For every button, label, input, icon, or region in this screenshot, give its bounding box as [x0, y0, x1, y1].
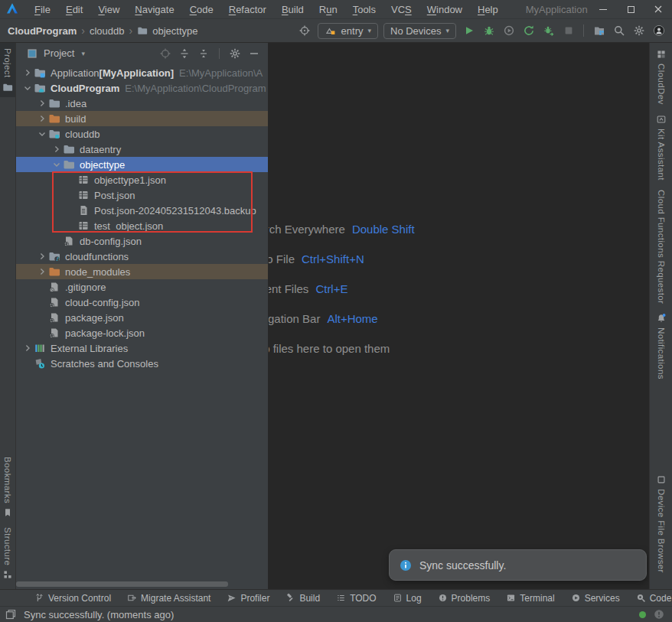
toolwindow-button-build[interactable]: Build [285, 593, 320, 604]
tree-row-objecttype1-json[interactable]: objecttype1.json [16, 172, 268, 187]
tree-row-test-object-json[interactable]: test_object.json [16, 218, 268, 233]
tool-tab-bookmarks[interactable]: Bookmarks [2, 457, 13, 518]
breadcrumb-item[interactable]: clouddb [90, 25, 125, 37]
device-manager-button[interactable] [592, 24, 606, 38]
toolwindow-button-code-linter[interactable]: Code Linter [636, 593, 672, 604]
settings-button[interactable] [631, 24, 646, 38]
stop-button[interactable] [561, 24, 576, 38]
run-button[interactable] [462, 24, 476, 38]
tree-row-post-json-202405231512043-backup[interactable]: Post.json-202405231512043.backup [16, 203, 268, 218]
menu-edit[interactable]: Edit [58, 4, 90, 15]
device-selector[interactable]: No Devices ▾ [383, 23, 456, 39]
toolwindow-button-version-control[interactable]: Version Control [34, 593, 111, 604]
notification-toast[interactable]: Sync successfully. [389, 549, 647, 581]
status-bar: Sync successfully. (moments ago) [0, 606, 672, 622]
tool-tab-device-file-browser[interactable]: Device File Browser [656, 474, 667, 573]
shortcut-label: Go to File [269, 252, 295, 265]
file-table-icon [77, 189, 90, 201]
menu-window[interactable]: Window [419, 4, 470, 15]
toolwindow-button-services[interactable]: Services [571, 593, 620, 604]
left-stripe-bottom: BookmarksStructure [2, 457, 13, 589]
project-panel-title[interactable]: Project [44, 47, 74, 59]
tool-tab-structure[interactable]: Structure [2, 527, 13, 580]
tool-tab-notifications[interactable]: Notifications [656, 313, 667, 379]
panel-settings-icon[interactable] [229, 47, 241, 60]
project-panel-actions [159, 47, 260, 60]
attach-debugger-button[interactable] [541, 24, 556, 38]
toolwindow-button-migrate-assistant[interactable]: Migrate Assistant [127, 593, 210, 604]
chevron-right-icon[interactable] [35, 251, 48, 262]
project-tree: Application [MyApplication]E:\MyApplicat… [16, 64, 268, 589]
collapse-all-icon[interactable] [197, 47, 210, 60]
tool-tab-cloud-functions-requestor[interactable]: Cloud Functions Requestor [656, 190, 667, 304]
module-selector[interactable]: entry ▾ [318, 23, 378, 39]
chevron-right-icon[interactable] [50, 144, 63, 155]
tree-row-post-json[interactable]: Post.json [16, 187, 268, 203]
right-stripe-bottom: Device File Browser [656, 468, 667, 582]
tree-row-clouddb[interactable]: clouddb [16, 126, 268, 142]
chevron-down-icon[interactable]: ▾ [81, 50, 85, 57]
tool-tab-label: Bookmarks [3, 457, 12, 503]
toolwindow-button-terminal[interactable]: Terminal [506, 593, 554, 604]
tree-row-scratches-and-consoles[interactable]: Scratches and Consoles [16, 356, 268, 371]
tool-tab-kit-assistant[interactable]: Kit Assistant [656, 114, 667, 181]
chevron-down-icon[interactable] [50, 159, 63, 170]
toolwindow-button-profiler[interactable]: Profiler [227, 593, 269, 604]
tree-row-cloudfunctions[interactable]: fcloudfunctions [16, 249, 268, 264]
tree-row-package-json[interactable]: package.json [16, 310, 268, 325]
tree-row-external-libraries[interactable]: External Libraries [16, 340, 268, 356]
menu-code[interactable]: Code [182, 4, 221, 15]
toolwindow-button-log[interactable]: Log [393, 593, 422, 604]
search-everywhere-button[interactable] [612, 24, 626, 38]
hide-panel-icon[interactable] [248, 47, 260, 60]
tree-row-cloudprogram[interactable]: CloudProgramE:\MyApplication\CloudProgra… [16, 80, 268, 96]
menu-file[interactable]: File [27, 4, 58, 15]
tree-row--gitignore[interactable]: .gitignore [16, 279, 268, 295]
tool-tab-project[interactable]: Project [0, 43, 15, 97]
menu-run[interactable]: Run [312, 4, 345, 15]
close-button[interactable] [644, 0, 672, 18]
profile-button[interactable] [651, 24, 666, 38]
chevron-down-icon[interactable] [21, 83, 34, 93]
tool-window-switcher-icon[interactable] [5, 608, 17, 620]
toolwindow-button-todo[interactable]: TODO [336, 593, 376, 604]
chevron-right-icon[interactable] [35, 113, 48, 124]
menu-vcs[interactable]: VCS [383, 4, 419, 15]
breadcrumb-item[interactable]: CloudProgram [8, 25, 77, 37]
chevron-right-icon[interactable] [21, 343, 34, 353]
menu-help[interactable]: Help [470, 4, 506, 15]
tree-row-node-modules[interactable]: node_modules [16, 264, 268, 279]
menu-bar: FileEditViewNavigateCodeRefactorBuildRun… [27, 4, 506, 15]
maximize-button[interactable] [617, 0, 644, 18]
event-log-alert-icon[interactable] [653, 608, 665, 620]
main-toolbar: CloudProgram›clouddb›objecttype entry ▾ … [0, 19, 672, 43]
debug-button[interactable] [481, 24, 496, 38]
chevron-right-icon[interactable] [35, 98, 48, 109]
tree-row-package-lock-json[interactable]: package-lock.json [16, 325, 268, 340]
menu-navigate[interactable]: Navigate [127, 4, 181, 15]
tree-row-build[interactable]: build [16, 111, 268, 126]
select-opened-file-icon[interactable] [159, 47, 171, 60]
menu-build[interactable]: Build [274, 4, 312, 15]
tree-row-cloud-config-json[interactable]: cloud-config.json [16, 295, 268, 310]
rerun-button[interactable] [521, 24, 536, 38]
minimize-button[interactable] [589, 0, 617, 18]
profiler-run-button[interactable] [501, 24, 516, 38]
locate-icon[interactable] [298, 24, 312, 38]
chevron-right-icon[interactable] [21, 67, 34, 78]
menu-refactor[interactable]: Refactor [221, 4, 274, 15]
horizontal-scrollbar[interactable] [16, 581, 228, 587]
chevron-down-icon[interactable] [35, 129, 48, 139]
tree-row-db-config-json[interactable]: db-config.json [16, 233, 268, 249]
tree-row-application[interactable]: Application [MyApplication]E:\MyApplicat… [16, 65, 268, 80]
toolwindow-button-problems[interactable]: Problems [438, 593, 491, 604]
menu-tools[interactable]: Tools [345, 4, 383, 15]
tree-row-dataentry[interactable]: dataentry [16, 142, 268, 157]
menu-view[interactable]: View [90, 4, 127, 15]
tree-row--idea[interactable]: .idea [16, 96, 268, 111]
tree-row-objecttype[interactable]: objecttype [16, 157, 268, 172]
chevron-right-icon[interactable] [35, 266, 48, 277]
breadcrumb-item[interactable]: objecttype [152, 25, 197, 37]
tool-tab-clouddev[interactable]: CloudDev [656, 49, 667, 105]
expand-all-icon[interactable] [178, 47, 191, 60]
